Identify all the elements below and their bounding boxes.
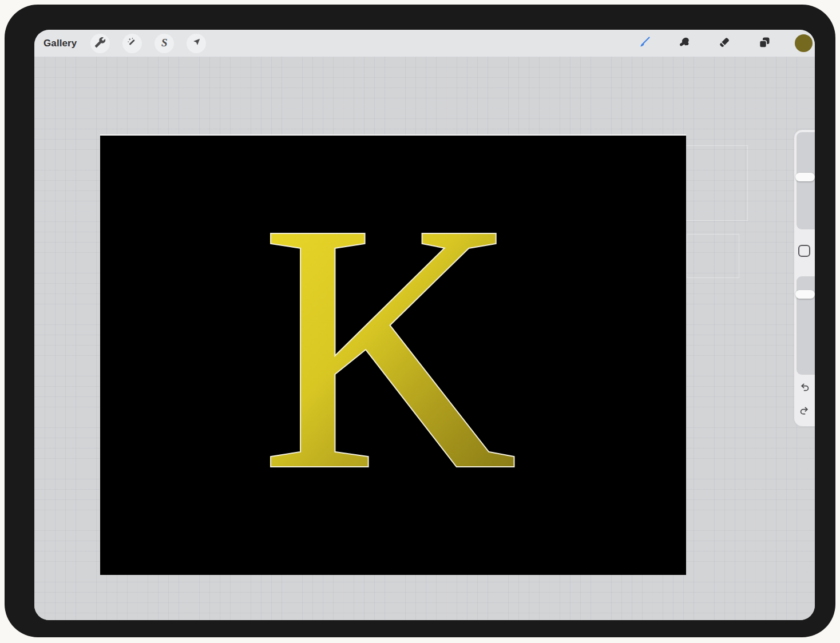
opacity-handle[interactable] [795,290,815,299]
eraser-icon [718,35,731,51]
layers-icon [758,35,771,51]
magic-wand-icon [126,37,138,50]
selection-button[interactable]: S [154,34,174,53]
color-swatch[interactable] [795,34,813,52]
layers-button[interactable] [755,34,774,53]
undo-button[interactable] [798,383,811,395]
wrench-icon [94,37,106,50]
transform-button[interactable] [187,34,206,53]
brush-sidebar [794,130,815,426]
brush-size-handle[interactable] [795,173,815,181]
smudge-tool-button[interactable] [675,34,694,53]
arrow-cursor-icon [191,37,202,50]
top-toolbar: Gallery [34,30,815,57]
tablet-bezel: Gallery [5,5,835,637]
erase-tool-button[interactable] [715,34,734,53]
adjustments-button[interactable] [122,34,142,53]
toolbar-left-group: Gallery [34,34,206,53]
s-ribbon-icon: S [161,37,168,49]
brush-size-slider[interactable] [797,132,815,229]
actions-button[interactable] [90,34,110,53]
workspace-desk: K [34,57,815,620]
artwork-letter-k: K [100,136,686,575]
drawing-canvas[interactable]: K [100,136,686,575]
svg-text:K: K [261,150,517,543]
redo-button[interactable] [798,406,811,419]
gallery-button[interactable]: Gallery [42,35,78,51]
toolbar-right-group [635,34,815,53]
brush-icon [637,35,651,51]
opacity-slider[interactable] [797,276,815,375]
modify-button[interactable] [798,245,810,257]
app-screen: Gallery [34,30,815,620]
smudge-finger-icon [677,35,691,51]
background-texture [687,234,739,278]
paint-tool-button[interactable] [635,34,654,53]
redo-icon [798,405,811,420]
undo-icon [798,382,811,396]
